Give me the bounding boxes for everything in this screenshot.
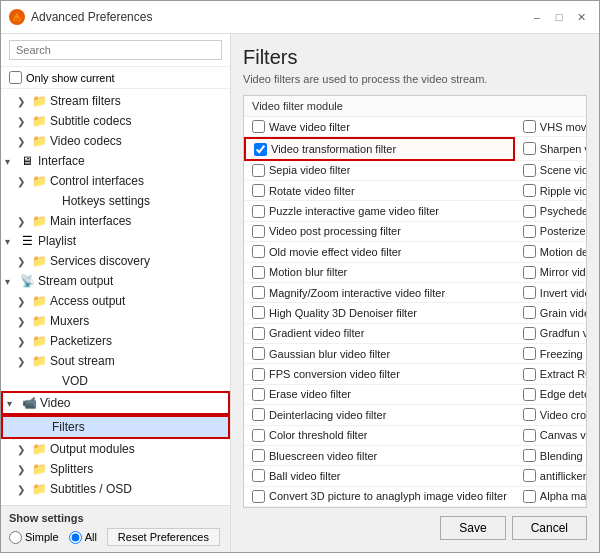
filter-label-erase: Erase video filter	[269, 388, 351, 400]
monitor-icon: 🖥	[19, 153, 35, 169]
filter-checkbox-gradient[interactable]	[252, 327, 265, 340]
filter-label-ball: Ball video filter	[269, 470, 341, 482]
sidebar-footer: Show settings Simple All Reset Preferenc…	[1, 505, 230, 552]
filter-checkbox-vhs[interactable]	[523, 120, 536, 133]
search-input[interactable]	[9, 40, 222, 60]
filter-checkbox-color-threshold[interactable]	[252, 429, 265, 442]
filter-item-scene: Scene video	[515, 161, 586, 181]
filter-item-vhs: VHS movie e	[515, 117, 586, 137]
filter-checkbox-scene[interactable]	[523, 164, 536, 177]
vlc-icon	[9, 9, 25, 25]
filter-label-mirror: Mirror video	[540, 266, 586, 278]
filter-label-gradient: Gradient video filter	[269, 327, 364, 339]
folder-icon: 📁	[31, 113, 47, 129]
sidebar-item-packetizers[interactable]: ❯ 📁 Packetizers	[1, 331, 230, 351]
filter-checkbox-hq3d[interactable]	[252, 306, 265, 319]
reset-preferences-button[interactable]: Reset Preferences	[107, 528, 220, 546]
filter-checkbox-video-transform[interactable]	[254, 143, 267, 156]
filter-checkbox-convert3d[interactable]	[252, 490, 265, 503]
minimize-button[interactable]: –	[527, 7, 547, 27]
sidebar-item-video[interactable]: ▾ 📹 Video	[1, 391, 230, 415]
filter-checkbox-blending[interactable]	[523, 449, 536, 462]
filter-item-ripple: Ripple video	[515, 181, 586, 201]
filter-checkbox-ripple[interactable]	[523, 184, 536, 197]
sidebar-item-subtitle-codecs[interactable]: ❯ 📁 Subtitle codecs	[1, 111, 230, 131]
filter-checkbox-sharpen[interactable]	[523, 142, 536, 155]
filter-label-gaussian: Gaussian blur video filter	[269, 348, 390, 360]
search-container	[1, 34, 230, 67]
filter-label-alpha-mask: Alpha mask	[540, 490, 586, 502]
chevron-right-icon: ❯	[17, 484, 31, 495]
sidebar-item-sout-stream[interactable]: ❯ 📁 Sout stream	[1, 351, 230, 371]
simple-radio-label: Simple	[25, 531, 59, 543]
only-show-current-checkbox[interactable]	[9, 71, 22, 84]
filter-checkbox-invert[interactable]	[523, 286, 536, 299]
sidebar-item-control-interfaces[interactable]: ❯ 📁 Control interfaces	[1, 171, 230, 191]
filter-checkbox-fps[interactable]	[252, 368, 265, 381]
filter-checkbox-antiflicker[interactable]	[523, 469, 536, 482]
filter-checkbox-old-movie[interactable]	[252, 245, 265, 258]
filter-item-video-transform: Video transformation filter	[244, 137, 515, 160]
maximize-button[interactable]: □	[549, 7, 569, 27]
filter-label-convert3d: Convert 3D picture to anaglyph image vid…	[269, 490, 507, 502]
sidebar-item-video-codecs[interactable]: ❯ 📁 Video codecs	[1, 131, 230, 151]
sidebar-item-muxers[interactable]: ❯ 📁 Muxers	[1, 311, 230, 331]
sidebar-item-main-interfaces[interactable]: ❯ 📁 Main interfaces	[1, 211, 230, 231]
filter-checkbox-motion-blur[interactable]	[252, 266, 265, 279]
filter-item-extract-rgb: Extract RGB	[515, 364, 586, 384]
window-controls: – □ ✕	[527, 7, 591, 27]
filter-checkbox-gaussian[interactable]	[252, 347, 265, 360]
sidebar-item-hotkeys-settings[interactable]: Hotkeys settings	[1, 191, 230, 211]
filter-checkbox-deinterlace[interactable]	[252, 408, 265, 421]
sidebar-item-stream-output[interactable]: ▾ 📡 Stream output	[1, 271, 230, 291]
filter-checkbox-psychedelic[interactable]	[523, 205, 536, 218]
filter-checkbox-ball[interactable]	[252, 469, 265, 482]
filter-checkbox-sepia[interactable]	[252, 164, 265, 177]
filter-checkbox-canvas[interactable]	[523, 429, 536, 442]
filter-checkbox-gradfun[interactable]	[523, 327, 536, 340]
filter-checkbox-alpha-mask[interactable]	[523, 490, 536, 503]
svg-rect-1	[15, 19, 20, 21]
all-radio[interactable]	[69, 531, 82, 544]
folder-icon: 📁	[31, 293, 47, 309]
sidebar-item-playlist[interactable]: ▾ ☰ Playlist	[1, 231, 230, 251]
sidebar-item-output-modules[interactable]: ❯ 📁 Output modules	[1, 439, 230, 459]
filter-checkbox-freezing[interactable]	[523, 347, 536, 360]
filter-checkbox-grain[interactable]	[523, 306, 536, 319]
no-chevron	[29, 376, 43, 387]
filter-checkbox-rotate[interactable]	[252, 184, 265, 197]
sidebar-item-filters[interactable]: Filters	[1, 415, 230, 439]
filter-checkbox-video-post[interactable]	[252, 225, 265, 238]
sidebar-item-services-discovery[interactable]: ❯ 📁 Services discovery	[1, 251, 230, 271]
sidebar-item-vod[interactable]: VOD	[1, 371, 230, 391]
filter-checkbox-video-crop[interactable]	[523, 408, 536, 421]
filter-label-blending: Blending ber	[540, 450, 586, 462]
filter-checkbox-puzzle[interactable]	[252, 205, 265, 218]
sidebar-label: Playlist	[38, 234, 76, 248]
sidebar-label: Interface	[38, 154, 85, 168]
close-button[interactable]: ✕	[571, 7, 591, 27]
filter-checkbox-wave[interactable]	[252, 120, 265, 133]
sidebar-item-access-output[interactable]: ❯ 📁 Access output	[1, 291, 230, 311]
cancel-button[interactable]: Cancel	[512, 516, 587, 540]
filter-checkbox-magnify[interactable]	[252, 286, 265, 299]
filter-checkbox-mirror[interactable]	[523, 266, 536, 279]
filter-checkbox-extract-rgb[interactable]	[523, 368, 536, 381]
right-panel: Filters Video filters are used to proces…	[231, 34, 599, 552]
filter-checkbox-motion-detect[interactable]	[523, 245, 536, 258]
filter-checkbox-bluescreen[interactable]	[252, 449, 265, 462]
simple-radio[interactable]	[9, 531, 22, 544]
filters-grid: Wave video filter VHS movie e Video tran…	[244, 117, 586, 507]
sidebar-item-stream-filters[interactable]: ❯ 📁 Stream filters	[1, 91, 230, 111]
sidebar-item-interface[interactable]: ▾ 🖥 Interface	[1, 151, 230, 171]
sidebar-item-splitters[interactable]: ❯ 📁 Splitters	[1, 459, 230, 479]
sidebar-label: VOD	[62, 374, 88, 388]
filter-checkbox-erase[interactable]	[252, 388, 265, 401]
video-filter-module-label: Video filter module	[244, 96, 586, 117]
filter-checkbox-posterize[interactable]	[523, 225, 536, 238]
chevron-right-icon: ❯	[17, 444, 31, 455]
save-button[interactable]: Save	[440, 516, 505, 540]
filter-checkbox-edge-detect[interactable]	[523, 388, 536, 401]
sidebar-item-subtitles-osd[interactable]: ❯ 📁 Subtitles / OSD	[1, 479, 230, 499]
filter-label-antiflicker: antiflicker vid	[540, 470, 586, 482]
